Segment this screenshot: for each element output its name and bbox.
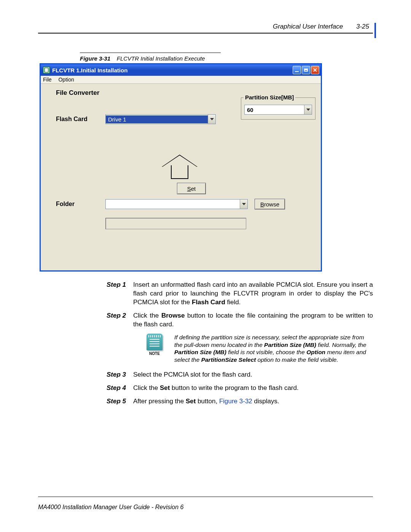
chevron-down-icon[interactable] [208,115,215,124]
arrow-up-icon [162,155,197,179]
header-page-number: 3-25 [356,23,369,30]
step-4: Step 4 Click the Set button to write the… [107,384,373,393]
client-area: File Converter Flash Card Drive 1 Partit… [41,84,321,270]
app-icon [43,67,50,73]
step-1: Step 1 Insert an unformatted flash card … [107,281,373,307]
folder-dropdown[interactable] [105,199,248,209]
footer-text: MA4000 Installation Manager User Guide -… [38,504,183,511]
folder-value [106,203,240,205]
close-button[interactable]: ✕ [311,66,319,74]
step-body: Select the PCMCIA slot for the flash car… [133,371,373,379]
note-body: If defining the partition size is necess… [174,334,373,364]
header-section: Graphical User Interface [273,23,343,30]
note-label: NOTE [145,351,164,356]
figure-rule [80,53,221,53]
titlebar[interactable]: FLCVTR 1.Initial Installation ✕ [41,64,321,76]
flash-card-dropdown[interactable]: Drive 1 [105,114,216,124]
status-field [105,218,246,229]
step-body: Click the Browse button to locate the fi… [133,312,373,329]
header-rule [38,33,373,34]
step-body: Click the Set button to write the progra… [133,384,373,393]
chevron-down-icon[interactable] [240,200,247,209]
note-icon: NOTE [145,334,164,356]
menu-option[interactable]: Option [58,77,74,83]
minimize-button[interactable] [293,66,301,74]
note: NOTE If defining the partition size is n… [145,334,373,364]
chevron-down-icon[interactable] [304,105,312,114]
step-5: Step 5 After pressing the Set button, Fi… [107,397,373,406]
flash-card-value: Drive 1 [106,115,208,123]
figure-title: FLCVTR Initial Installation Execute [117,55,205,62]
figure-caption: Figure 3-31 FLCVTR Initial Installation … [80,55,373,62]
flash-card-label: Flash Card [56,116,105,123]
window-title: FLCVTR 1.Initial Installation [52,67,127,73]
figure-number: Figure 3-31 [80,55,110,62]
partition-size-dropdown[interactable]: 60 [244,105,312,115]
step-label: Step 3 [107,371,133,379]
partition-legend: Partition Size[MB] [244,94,295,101]
step-label: Step 1 [107,281,133,307]
menu-file[interactable]: File [43,77,52,83]
header-accent [374,23,376,38]
partition-size-value: 60 [245,106,304,114]
step-label: Step 5 [107,397,133,406]
step-label: Step 4 [107,384,133,393]
maximize-button[interactable] [302,66,310,74]
page-header: Graphical User Interface 3-25 [38,23,373,30]
step-label: Step 2 [107,312,133,329]
step-body: Insert an unformatted flash card into an… [133,281,373,307]
set-button[interactable]: Set [177,183,206,194]
set-label-rest: et [191,185,196,192]
footer-rule [38,497,373,497]
step-body: After pressing the Set button, Figure 3-… [133,397,373,406]
step-3: Step 3 Select the PCMCIA slot for the fl… [107,371,373,379]
step-2: Step 2 Click the Browse button to locate… [107,312,373,329]
browse-button[interactable]: Browse [255,199,285,209]
figure-link[interactable]: Figure 3-32 [219,398,252,405]
flcvtr-window: FLCVTR 1.Initial Installation ✕ File Opt… [40,63,322,272]
partition-size-group: Partition Size[MB] 60 [241,97,315,120]
menubar: File Option [41,76,321,84]
steps-list: Step 1 Insert an unformatted flash card … [107,281,373,406]
folder-label: Folder [56,201,105,208]
